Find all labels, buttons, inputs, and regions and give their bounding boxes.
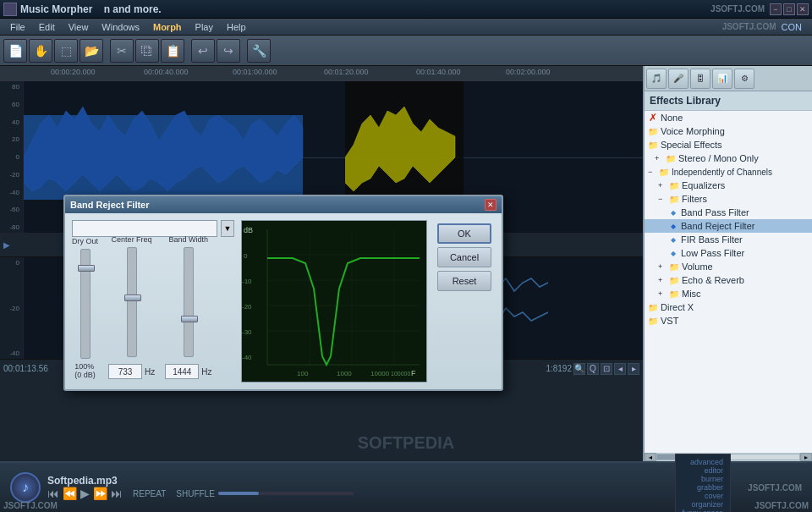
zoom-next-button[interactable]: ▸ <box>628 363 639 375</box>
dialog-close-button[interactable]: ✕ <box>485 199 497 211</box>
toolbar-hand[interactable]: ✋ <box>29 39 52 63</box>
band-width-track[interactable] <box>184 247 194 357</box>
center-freq-input[interactable] <box>108 364 142 379</box>
filter-chart: dB 0 -10 -20 -30 -40 100 1000 10000 1000… <box>241 220 427 383</box>
timeline-mark-6: 00:02:00.000 <box>506 68 551 76</box>
tree-equalizers[interactable]: + 📁 Equalizers <box>645 179 812 192</box>
expand-indep: − <box>648 168 656 176</box>
tab-btn-2[interactable]: 🎤 <box>668 69 689 89</box>
player-play-button[interactable]: ▶ <box>80 487 90 500</box>
tree-stereo-mono[interactable]: + 📁 Stereo / Mono Only <box>645 151 812 165</box>
center-freq-track[interactable] <box>127 247 137 357</box>
band-width-thumb[interactable] <box>181 316 198 322</box>
toolbar-undo[interactable]: ↩ <box>191 39 215 63</box>
tab-btn-3[interactable]: 🎛 <box>690 69 710 89</box>
menu-view[interactable]: View <box>62 19 96 36</box>
tree-low-pass[interactable]: ◆ Low Pass Filter <box>645 246 812 260</box>
center-freq-thumb[interactable] <box>124 295 141 301</box>
preset-combo[interactable] <box>72 220 217 237</box>
folder-icon-filters: 📁 <box>669 194 679 204</box>
tab-btn-4[interactable]: 📊 <box>712 69 732 89</box>
band-reject-dialog: Band Reject Filter ✕ ▼ Dry Out 100% <box>63 195 503 391</box>
toolbar-redo[interactable]: ↪ <box>217 39 240 63</box>
menu-help[interactable]: Help <box>220 19 253 36</box>
menu-edit[interactable]: Edit <box>32 19 62 36</box>
zoom-fit-button[interactable]: ⊡ <box>601 363 612 375</box>
tree-filters-label: Filters <box>682 194 707 204</box>
con-label: CON <box>782 22 809 32</box>
folder-icon-misc: 📁 <box>669 289 679 299</box>
timeline-mark-2: 00:00:40.000 <box>144 68 189 76</box>
dry-out-track[interactable] <box>80 249 91 359</box>
tree-fir-label: FIR Bass Filter <box>681 234 743 245</box>
folder-icon-echo: 📁 <box>669 275 679 285</box>
center-freq-input-row: Hz <box>108 364 155 379</box>
center-freq-label: Center Freq <box>112 235 152 244</box>
tree-none[interactable]: ✗ None <box>645 111 812 124</box>
tree-misc[interactable]: + 📁 Misc <box>645 287 812 300</box>
toolbar-select[interactable]: ⬚ <box>54 39 78 63</box>
svg-text:-40: -40 <box>242 354 252 361</box>
tree-fir-bass[interactable]: ◆ FIR Bass Filter <box>645 233 812 246</box>
preset-dropdown-button[interactable]: ▼ <box>221 220 234 237</box>
dry-out-thumb[interactable] <box>78 265 95 272</box>
tree-special-effects[interactable]: 📁 Special Effects <box>645 138 812 151</box>
jsoftj-bottom-right: JSOFTJ.COM <box>754 501 809 510</box>
timeline-mark-3: 00:01:00.000 <box>233 68 277 76</box>
tree-directx[interactable]: 📁 Direct X <box>645 300 812 314</box>
timeline-mark-4: 00:01:20.000 <box>324 68 369 76</box>
dialog-title: Band Reject Filter <box>70 200 485 210</box>
effects-library-title: Effects Library <box>645 91 812 111</box>
tree-dx-label: Direct X <box>661 302 694 312</box>
center-freq-slider-col: Center Freq Hz <box>108 235 155 379</box>
ok-button[interactable]: OK <box>437 223 491 244</box>
player-forward-button[interactable]: ⏩ <box>93 487 107 500</box>
toolbar-copy[interactable]: ⿻ <box>135 39 159 63</box>
folder-icon-volume: 📁 <box>669 262 679 272</box>
menu-bar: File Edit View Windows Morph Play Help J… <box>0 19 812 36</box>
zoom-out-button[interactable]: Q <box>587 363 599 375</box>
tree-vst[interactable]: 📁 VST <box>645 314 812 328</box>
player-info: Softpedia.mp3 ⏮ ⏪ ▶ ⏩ ⏭ REPEAT SHUFFLE <box>47 475 668 500</box>
player-rewind-button[interactable]: ⏪ <box>63 487 77 500</box>
toolbar-open[interactable]: 📂 <box>80 39 103 63</box>
cancel-button[interactable]: Cancel <box>437 247 491 267</box>
scroll-right-btn[interactable]: ▸ <box>800 453 812 461</box>
toolbar-paste[interactable]: 📋 <box>161 39 184 63</box>
menu-windows[interactable]: Windows <box>95 19 146 36</box>
player-prev-button[interactable]: ⏮ <box>47 487 59 500</box>
toolbar-new[interactable]: 📄 <box>3 39 27 63</box>
tree-band-reject[interactable]: ◆ Band Reject Filter <box>645 219 812 233</box>
timeline-mark-1: 00:00:20.000 <box>51 68 96 76</box>
folder-icon-dx: 📁 <box>648 302 658 312</box>
toolbar-cut[interactable]: ✂ <box>110 39 134 63</box>
player-progress-bar[interactable] <box>218 492 354 495</box>
tree-stereo-label: Stereo / Mono Only <box>678 153 759 163</box>
maximize-button[interactable]: □ <box>783 3 795 15</box>
right-panel: 🎵 🎤 🎛 📊 ⚙ Effects Library ✗ None 📁 Voice… <box>643 66 812 461</box>
scroll-left-btn[interactable]: ◂ <box>645 453 656 461</box>
toolbar-extra[interactable]: 🔧 <box>247 39 271 63</box>
zoom-prev-button[interactable]: ◂ <box>614 363 626 375</box>
expand-stereo: + <box>655 154 663 162</box>
player-filename: Softpedia.mp3 <box>47 475 668 487</box>
tree-band-pass[interactable]: ◆ Band Pass Filter <box>645 206 812 219</box>
reset-button[interactable]: Reset <box>437 271 491 291</box>
menu-morph[interactable]: Morph <box>146 19 189 36</box>
tab-btn-1[interactable]: 🎵 <box>646 69 667 89</box>
app-icon <box>3 3 17 16</box>
menu-file[interactable]: File <box>3 19 32 36</box>
menu-play[interactable]: Play <box>189 19 220 36</box>
zoom-in-button[interactable]: 🔍 <box>573 363 585 375</box>
close-button[interactable]: ✕ <box>797 3 809 15</box>
player-next-button[interactable]: ⏭ <box>111 487 123 500</box>
minimize-button[interactable]: − <box>770 3 782 15</box>
tree-voice-morphing[interactable]: 📁 Voice Morphing <box>645 124 812 138</box>
tab-btn-5[interactable]: ⚙ <box>734 69 754 89</box>
tree-voice-label: Voice Morphing <box>661 126 725 136</box>
tree-indep-channels[interactable]: − 📁 Independently of Channels <box>645 165 812 179</box>
band-width-input[interactable] <box>165 364 199 379</box>
tree-filters[interactable]: − 📁 Filters <box>645 192 812 206</box>
tree-volume[interactable]: + 📁 Volume <box>645 260 812 273</box>
tree-echo-reverb[interactable]: + 📁 Echo & Reverb <box>645 273 812 287</box>
